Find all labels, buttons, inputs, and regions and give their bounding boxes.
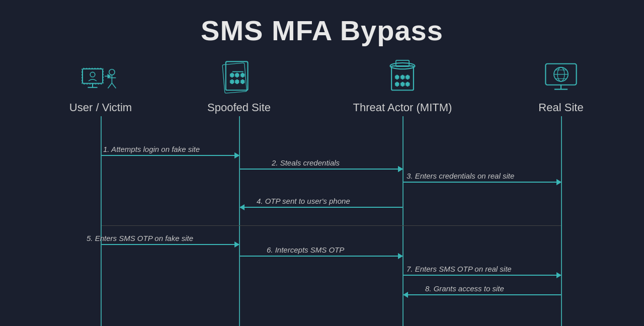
svg-marker-11: [108, 74, 110, 77]
real-site-icon: [536, 57, 586, 97]
svg-line-8: [108, 83, 112, 88]
real-site-icon-svg: [541, 59, 581, 95]
arrow-7: [404, 275, 561, 276]
arrow-2: [240, 169, 403, 170]
svg-line-9: [112, 83, 116, 88]
user-victim-icon: [75, 57, 126, 97]
spoofed-site-icon: ✱ ✱ ✱ ✱ ✱ ✱: [214, 57, 264, 97]
vline-spoofed: [239, 116, 240, 326]
separator: [102, 225, 561, 226]
col-spoofed: ✱ ✱ ✱ ✱ ✱ ✱ Spoofed Site: [201, 57, 277, 114]
real-site-label: Real Site: [538, 101, 583, 114]
arrow-8: [404, 294, 561, 295]
vline-user: [101, 116, 102, 326]
arrow-5: [102, 244, 239, 245]
svg-point-5: [109, 69, 115, 75]
vline-real: [561, 116, 562, 326]
arrow-5-label: 5. Enters SMS OTP on fake site: [87, 234, 193, 242]
threat-icon-svg: ✱ ✱ ✱ ✱ ✱ ✱: [382, 59, 423, 95]
user-victim-label: User / Victim: [69, 101, 132, 114]
diagram-area: User / Victim ✱ ✱ ✱ ✱ ✱ ✱ Spoofed Site: [0, 57, 644, 318]
arrow-4-label: 4. OTP sent to user's phone: [257, 197, 350, 205]
col-threat: ✱ ✱ ✱ ✱ ✱ ✱ Threat Actor (MITM): [352, 57, 453, 114]
col-real: Real Site: [523, 57, 599, 114]
arrow-6: [240, 256, 403, 257]
spoofed-site-label: Spoofed Site: [207, 101, 271, 114]
arrow-8-label: 8. Grants access to site: [425, 284, 504, 293]
svg-text:✱ ✱ ✱: ✱ ✱ ✱: [230, 72, 245, 78]
arrow-3-label: 3. Enters credentials on real site: [407, 172, 514, 180]
spoofed-icon-svg: ✱ ✱ ✱ ✱ ✱ ✱: [219, 59, 259, 95]
col-user: User / Victim: [58, 57, 143, 114]
user-icon-svg: [80, 59, 121, 95]
svg-point-3: [90, 72, 95, 77]
svg-text:✱ ✱ ✱: ✱ ✱ ✱: [230, 79, 245, 85]
svg-text:✱ ✱ ✱: ✱ ✱ ✱: [395, 74, 410, 80]
svg-rect-0: [83, 69, 103, 84]
arrow-3: [404, 182, 561, 183]
arrow-2-label: 2. Steals credentials: [272, 158, 340, 167]
arrow-4: [240, 207, 403, 208]
arrow-1: [102, 155, 239, 156]
arrow-6-label: 6. Intercepts SMS OTP: [267, 246, 344, 254]
arrow-1-label: 1. Attempts login on fake site: [103, 145, 200, 153]
svg-text:✱ ✱ ✱: ✱ ✱ ✱: [395, 82, 410, 87]
arrow-7-label: 7. Enters SMS OTP on real site: [407, 265, 512, 273]
threat-actor-icon: ✱ ✱ ✱ ✱ ✱ ✱: [377, 57, 428, 97]
threat-actor-label: Threat Actor (MITM): [353, 101, 452, 114]
svg-rect-4: [82, 68, 103, 84]
page-title: SMS MFA Bypass: [0, 0, 644, 57]
